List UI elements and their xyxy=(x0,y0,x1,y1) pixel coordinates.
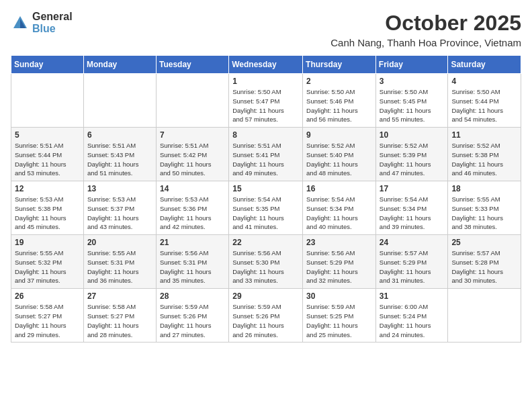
weekday-header-friday: Friday xyxy=(375,56,448,74)
day-info: Sunrise: 5:54 AM Sunset: 5:34 PM Dayligh… xyxy=(306,195,372,232)
page-header: General Blue October 2025 Canh Nang, Tha… xyxy=(11,11,521,48)
day-number: 24 xyxy=(380,238,445,247)
day-number: 9 xyxy=(306,130,372,140)
calendar-cell: 20Sunrise: 5:55 AM Sunset: 5:31 PM Dayli… xyxy=(83,235,156,289)
day-info: Sunrise: 5:54 AM Sunset: 5:34 PM Dayligh… xyxy=(380,195,445,232)
day-info: Sunrise: 5:59 AM Sunset: 5:26 PM Dayligh… xyxy=(232,302,299,339)
day-number: 18 xyxy=(451,184,517,193)
day-info: Sunrise: 5:52 AM Sunset: 5:38 PM Dayligh… xyxy=(451,141,517,178)
day-info: Sunrise: 5:50 AM Sunset: 5:44 PM Dayligh… xyxy=(451,87,517,124)
day-number: 16 xyxy=(306,184,372,193)
calendar-cell: 25Sunrise: 5:57 AM Sunset: 5:28 PM Dayli… xyxy=(448,235,521,289)
day-number: 28 xyxy=(160,291,225,301)
day-info: Sunrise: 5:53 AM Sunset: 5:38 PM Dayligh… xyxy=(15,195,80,232)
day-number: 3 xyxy=(380,77,445,86)
day-number: 21 xyxy=(160,238,225,247)
calendar-cell: 22Sunrise: 5:56 AM Sunset: 5:30 PM Dayli… xyxy=(229,235,303,289)
calendar-cell: 12Sunrise: 5:53 AM Sunset: 5:38 PM Dayli… xyxy=(11,181,84,235)
day-info: Sunrise: 5:50 AM Sunset: 5:47 PM Dayligh… xyxy=(232,87,299,124)
day-number: 4 xyxy=(451,77,517,86)
day-number: 2 xyxy=(306,77,372,86)
day-info: Sunrise: 5:58 AM Sunset: 5:27 PM Dayligh… xyxy=(87,302,152,339)
day-number: 19 xyxy=(15,238,80,247)
day-number: 27 xyxy=(87,291,152,301)
weekday-header-monday: Monday xyxy=(83,56,156,74)
logo-blue-text: Blue xyxy=(32,23,73,35)
day-info: Sunrise: 5:59 AM Sunset: 5:26 PM Dayligh… xyxy=(160,302,225,339)
day-number: 26 xyxy=(15,291,80,301)
calendar-table: SundayMondayTuesdayWednesdayThursdayFrid… xyxy=(11,55,521,342)
calendar-cell: 30Sunrise: 5:59 AM Sunset: 5:25 PM Dayli… xyxy=(303,289,376,342)
calendar-cell: 18Sunrise: 5:55 AM Sunset: 5:33 PM Dayli… xyxy=(448,181,521,235)
day-number: 1 xyxy=(232,77,299,86)
weekday-header-sunday: Sunday xyxy=(11,56,84,74)
day-info: Sunrise: 5:53 AM Sunset: 5:36 PM Dayligh… xyxy=(160,195,225,232)
day-number: 13 xyxy=(87,184,152,193)
day-number: 5 xyxy=(15,130,80,140)
calendar-cell: 31Sunrise: 6:00 AM Sunset: 5:24 PM Dayli… xyxy=(375,289,448,342)
month-title: October 2025 xyxy=(330,11,521,36)
day-info: Sunrise: 6:00 AM Sunset: 5:24 PM Dayligh… xyxy=(380,302,445,339)
day-info: Sunrise: 5:57 AM Sunset: 5:28 PM Dayligh… xyxy=(451,248,517,285)
calendar-cell: 17Sunrise: 5:54 AM Sunset: 5:34 PM Dayli… xyxy=(375,181,448,235)
day-number: 15 xyxy=(232,184,299,193)
week-row-2: 5Sunrise: 5:51 AM Sunset: 5:44 PM Daylig… xyxy=(11,128,521,181)
day-info: Sunrise: 5:58 AM Sunset: 5:27 PM Dayligh… xyxy=(15,302,80,339)
calendar-cell: 21Sunrise: 5:56 AM Sunset: 5:31 PM Dayli… xyxy=(156,235,228,289)
day-info: Sunrise: 5:56 AM Sunset: 5:30 PM Dayligh… xyxy=(232,248,299,285)
calendar-cell: 24Sunrise: 5:57 AM Sunset: 5:29 PM Dayli… xyxy=(375,235,448,289)
day-number: 20 xyxy=(87,238,152,247)
calendar-cell: 10Sunrise: 5:52 AM Sunset: 5:39 PM Dayli… xyxy=(375,128,448,181)
calendar-cell xyxy=(11,74,84,128)
day-number: 25 xyxy=(451,238,517,247)
day-info: Sunrise: 5:50 AM Sunset: 5:46 PM Dayligh… xyxy=(306,87,372,124)
calendar-cell: 1Sunrise: 5:50 AM Sunset: 5:47 PM Daylig… xyxy=(229,74,303,128)
calendar-cell: 19Sunrise: 5:55 AM Sunset: 5:32 PM Dayli… xyxy=(11,235,84,289)
day-number: 30 xyxy=(306,291,372,301)
calendar-cell: 3Sunrise: 5:50 AM Sunset: 5:45 PM Daylig… xyxy=(375,74,448,128)
calendar-cell: 11Sunrise: 5:52 AM Sunset: 5:38 PM Dayli… xyxy=(448,128,521,181)
calendar-cell: 9Sunrise: 5:52 AM Sunset: 5:40 PM Daylig… xyxy=(303,128,376,181)
calendar-cell: 29Sunrise: 5:59 AM Sunset: 5:26 PM Dayli… xyxy=(229,289,303,342)
day-info: Sunrise: 5:54 AM Sunset: 5:35 PM Dayligh… xyxy=(232,195,299,232)
day-info: Sunrise: 5:59 AM Sunset: 5:25 PM Dayligh… xyxy=(306,302,372,339)
day-number: 23 xyxy=(306,238,372,247)
calendar-cell: 15Sunrise: 5:54 AM Sunset: 5:35 PM Dayli… xyxy=(229,181,303,235)
week-row-4: 19Sunrise: 5:55 AM Sunset: 5:32 PM Dayli… xyxy=(11,235,521,289)
day-info: Sunrise: 5:55 AM Sunset: 5:33 PM Dayligh… xyxy=(451,195,517,232)
day-info: Sunrise: 5:51 AM Sunset: 5:44 PM Dayligh… xyxy=(15,141,80,178)
calendar-cell: 26Sunrise: 5:58 AM Sunset: 5:27 PM Dayli… xyxy=(11,289,84,342)
day-number: 11 xyxy=(451,130,517,140)
day-info: Sunrise: 5:51 AM Sunset: 5:41 PM Dayligh… xyxy=(232,141,299,178)
weekday-header-wednesday: Wednesday xyxy=(229,56,303,74)
weekday-header-row: SundayMondayTuesdayWednesdayThursdayFrid… xyxy=(11,56,521,74)
day-number: 22 xyxy=(232,238,299,247)
day-number: 12 xyxy=(15,184,80,193)
calendar-cell: 23Sunrise: 5:56 AM Sunset: 5:29 PM Dayli… xyxy=(303,235,376,289)
week-row-1: 1Sunrise: 5:50 AM Sunset: 5:47 PM Daylig… xyxy=(11,74,521,128)
day-number: 6 xyxy=(87,130,152,140)
weekday-header-tuesday: Tuesday xyxy=(156,56,228,74)
day-info: Sunrise: 5:50 AM Sunset: 5:45 PM Dayligh… xyxy=(380,87,445,124)
calendar-cell: 27Sunrise: 5:58 AM Sunset: 5:27 PM Dayli… xyxy=(83,289,156,342)
day-number: 14 xyxy=(160,184,225,193)
logo: General Blue xyxy=(11,11,73,34)
calendar-cell xyxy=(448,289,521,342)
calendar-cell: 4Sunrise: 5:50 AM Sunset: 5:44 PM Daylig… xyxy=(448,74,521,128)
calendar-cell: 8Sunrise: 5:51 AM Sunset: 5:41 PM Daylig… xyxy=(229,128,303,181)
calendar-cell: 7Sunrise: 5:51 AM Sunset: 5:42 PM Daylig… xyxy=(156,128,228,181)
day-info: Sunrise: 5:56 AM Sunset: 5:29 PM Dayligh… xyxy=(306,248,372,285)
day-info: Sunrise: 5:55 AM Sunset: 5:31 PM Dayligh… xyxy=(87,248,152,285)
day-number: 10 xyxy=(380,130,445,140)
calendar-cell: 13Sunrise: 5:53 AM Sunset: 5:37 PM Dayli… xyxy=(83,181,156,235)
day-number: 7 xyxy=(160,130,225,140)
day-info: Sunrise: 5:55 AM Sunset: 5:32 PM Dayligh… xyxy=(15,248,80,285)
title-block: October 2025 Canh Nang, Thanh Hoa Provin… xyxy=(330,11,521,48)
calendar-cell: 28Sunrise: 5:59 AM Sunset: 5:26 PM Dayli… xyxy=(156,289,228,342)
day-number: 29 xyxy=(232,291,299,301)
week-row-3: 12Sunrise: 5:53 AM Sunset: 5:38 PM Dayli… xyxy=(11,181,521,235)
logo-general-text: General xyxy=(32,11,73,23)
day-info: Sunrise: 5:57 AM Sunset: 5:29 PM Dayligh… xyxy=(380,248,445,285)
location-title: Canh Nang, Thanh Hoa Province, Vietnam xyxy=(330,37,521,48)
calendar-cell: 2Sunrise: 5:50 AM Sunset: 5:46 PM Daylig… xyxy=(303,74,376,128)
